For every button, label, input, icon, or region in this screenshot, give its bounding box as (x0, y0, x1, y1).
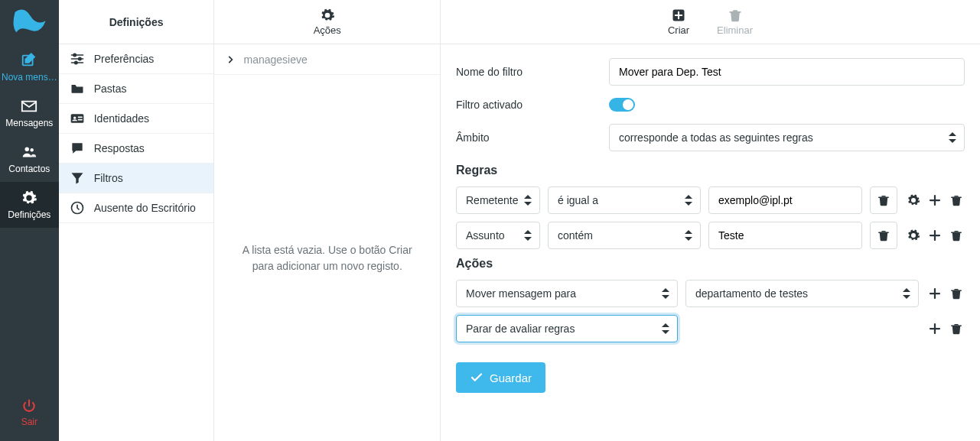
rule-settings-button[interactable] (905, 227, 922, 244)
sort-caret-icon (524, 230, 532, 241)
sliders-icon (70, 51, 85, 66)
rule-row: Assunto contém (456, 222, 965, 249)
nav-settings[interactable]: Definições (0, 182, 59, 228)
rule-op-select[interactable]: é igual a (548, 186, 701, 214)
svg-rect-8 (78, 117, 83, 118)
sidebar-item-identities[interactable]: Identidades (59, 104, 214, 134)
save-button[interactable]: Guardar (456, 362, 545, 393)
rule-row: Remetente é igual a (456, 186, 965, 214)
nav-logout-label: Sair (21, 417, 37, 427)
sort-caret-icon (662, 323, 669, 334)
check-icon (470, 371, 483, 384)
trash-icon (728, 8, 743, 23)
gear-icon (907, 229, 920, 242)
scope-select[interactable]: corresponde a todas as seguintes regras (609, 124, 965, 151)
svg-rect-18 (951, 326, 962, 327)
nav-logout[interactable]: Sair (0, 387, 59, 441)
sidebar-item-label: Preferências (94, 53, 155, 65)
filter-enabled-label: Filtro activado (456, 99, 609, 111)
filter-name-input[interactable] (609, 58, 965, 86)
chevron-right-icon (225, 54, 236, 65)
filter-name-label: Nome do filtro (456, 66, 609, 78)
empty-state-text: A lista está vazia. Use o botão Criar pa… (214, 75, 440, 441)
sidebar-item-label: Filtros (94, 172, 123, 184)
clock-icon (70, 200, 85, 216)
nav-settings-label: Definições (8, 209, 50, 220)
rule-field-select[interactable]: Assunto (456, 222, 540, 249)
action-target-select[interactable]: departamento de testes (685, 280, 919, 307)
sort-caret-icon (662, 288, 669, 299)
gear-icon (21, 190, 37, 206)
svg-rect-16 (951, 232, 962, 234)
gear-icon (320, 8, 335, 23)
action-remove-button[interactable] (948, 320, 965, 337)
action-type-select[interactable]: Mover mensagem para (456, 280, 678, 307)
action-remove-button[interactable] (948, 285, 965, 302)
trash-icon (877, 193, 890, 207)
svg-point-3 (73, 54, 76, 56)
folder-icon (70, 81, 85, 96)
nav-compose[interactable]: Nova mens… (0, 44, 59, 90)
rule-op-select[interactable]: contém (548, 222, 701, 249)
rule-remove-button[interactable] (948, 192, 965, 209)
filter-list-column: Ações managesieve A lista está vazia. Us… (214, 0, 441, 441)
svg-rect-15 (878, 232, 889, 234)
sidebar-item-label: Ausente do Escritório (94, 202, 196, 214)
delete-label: Eliminar (717, 24, 753, 36)
app-logo (0, 0, 59, 44)
nav-contacts-label: Contactos (8, 164, 50, 174)
gear-icon (907, 193, 920, 207)
rule-add-button[interactable] (926, 227, 943, 244)
sidebar-item-prefs[interactable]: Preferências (59, 44, 214, 74)
nav-rail: Nova mens… Mensagens Contactos Definiçõe… (0, 0, 59, 441)
trash-icon (949, 229, 963, 242)
filter-enabled-toggle[interactable] (609, 98, 635, 112)
create-button[interactable]: Criar (657, 8, 700, 36)
sort-caret-icon (685, 195, 692, 206)
rule-add-button[interactable] (926, 192, 943, 209)
sort-caret-icon (903, 288, 910, 299)
rule-value-input[interactable] (708, 186, 862, 214)
mid-actions-label: Ações (314, 24, 341, 36)
create-label: Criar (668, 24, 689, 36)
rule-remove-button[interactable] (948, 227, 965, 244)
svg-rect-6 (70, 114, 83, 123)
rule-value-input[interactable] (708, 222, 862, 249)
svg-rect-13 (878, 197, 889, 199)
sidebar-item-ooo[interactable]: Ausente do Escritório (59, 193, 214, 223)
plus-icon (928, 229, 942, 242)
id-card-icon (70, 111, 85, 126)
rule-delete-button[interactable] (870, 222, 897, 249)
rule-field-select[interactable]: Remetente (456, 186, 540, 214)
sidebar-item-label: Identidades (94, 112, 149, 125)
sidebar-title: Definições (59, 0, 214, 44)
action-type-select[interactable]: Parar de avaliar regras (456, 315, 678, 342)
nav-messages-label: Mensagens (5, 118, 53, 128)
trash-icon (877, 229, 890, 242)
sort-caret-icon (949, 132, 956, 143)
action-add-button[interactable] (926, 320, 943, 337)
actions-heading: Ações (456, 257, 965, 271)
nav-messages[interactable]: Mensagens (0, 90, 59, 136)
plus-icon (928, 322, 942, 336)
trash-icon (949, 287, 963, 300)
delete-button: Eliminar (706, 8, 763, 36)
mid-actions-button[interactable]: Ações (303, 8, 352, 36)
svg-rect-12 (729, 11, 741, 13)
sidebar-item-filters[interactable]: Filtros (59, 164, 214, 193)
nav-contacts[interactable]: Contactos (0, 136, 59, 182)
sidebar-item-responses[interactable]: Respostas (59, 134, 214, 164)
sort-caret-icon (685, 230, 692, 241)
rule-settings-button[interactable] (905, 192, 922, 209)
settings-sidebar: Definições Preferências Pastas Identidad… (59, 0, 215, 441)
sidebar-item-label: Pastas (94, 83, 127, 95)
sidebar-item-folders[interactable]: Pastas (59, 74, 214, 104)
rule-delete-button[interactable] (870, 186, 897, 214)
svg-point-5 (74, 61, 77, 63)
breadcrumb-label: managesieve (243, 54, 307, 66)
mail-icon (21, 98, 37, 115)
breadcrumb[interactable]: managesieve (214, 44, 440, 75)
speech-icon (70, 141, 85, 156)
filter-form-panel: Criar Eliminar Nome do filtro Filtro act… (441, 0, 980, 441)
action-add-button[interactable] (926, 285, 943, 302)
